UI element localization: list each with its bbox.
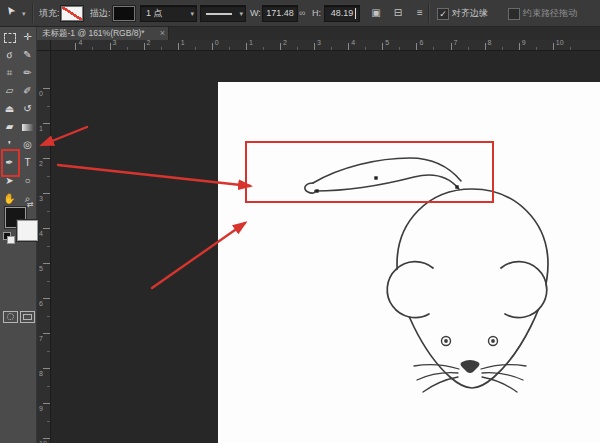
dodge-tool[interactable]: ◎ bbox=[19, 136, 36, 154]
path-arrangement-button[interactable]: ≡ bbox=[410, 4, 430, 21]
h-ruler-label: 3 bbox=[317, 39, 321, 46]
v-ruler-label: 4 bbox=[39, 230, 43, 237]
link-dimensions-icon[interactable]: ∞ bbox=[299, 0, 305, 26]
crop-tool[interactable]: ⌗ bbox=[1, 64, 18, 82]
fill-label: 填充: bbox=[39, 0, 60, 26]
quick-selection-tool[interactable]: ✎ bbox=[19, 46, 36, 64]
brush-tool[interactable]: ✐ bbox=[19, 82, 36, 100]
eraser-tool[interactable]: ▰ bbox=[1, 118, 18, 136]
h-ruler-label: 8 bbox=[488, 39, 492, 46]
tools-panel: ✛σ✎⌗✏▱✐⏏↺▰❜◎✒T➤○✋⌕ ⇄ bbox=[0, 26, 37, 443]
constrain-path-checkbox[interactable] bbox=[508, 8, 520, 20]
history-brush-tool[interactable]: ↺ bbox=[19, 100, 36, 118]
stroke-style-line-icon bbox=[206, 13, 232, 15]
clone-stamp-tool[interactable]: ⏏ bbox=[1, 100, 18, 118]
default-colors-icon[interactable] bbox=[3, 232, 15, 244]
h-ruler-label: 4 bbox=[78, 39, 82, 46]
h-ruler-label: 1 bbox=[249, 39, 253, 46]
constrain-path-label: 约束路径拖动 bbox=[523, 0, 577, 26]
move-tool[interactable]: ✛ bbox=[19, 28, 36, 46]
h-ruler-label: 10 bbox=[556, 39, 564, 46]
gradient-tool[interactable] bbox=[19, 118, 36, 136]
stroke-width-caret-icon[interactable]: ▾ bbox=[190, 6, 194, 21]
rectangular-marquee-tool[interactable] bbox=[1, 28, 18, 46]
lasso-tool[interactable]: σ bbox=[0, 44, 20, 66]
v-ruler-label: 1 bbox=[39, 125, 43, 132]
tool-preset-arrow-icon[interactable]: ➤ bbox=[3, 3, 19, 18]
h-ruler-label: 5 bbox=[385, 39, 389, 46]
document-tab[interactable]: 未标题-1 @ 161%(RGB/8)* × bbox=[37, 26, 169, 40]
align-edges-checkbox[interactable]: ✓ bbox=[437, 8, 449, 20]
screen-mode-button[interactable] bbox=[20, 311, 35, 323]
eyedropper-tool[interactable]: ✏ bbox=[19, 64, 36, 82]
h-ruler-label: 2 bbox=[147, 39, 151, 46]
v-ruler-label: 3 bbox=[39, 195, 43, 202]
h-ruler-label: 6 bbox=[419, 39, 423, 46]
width-label: W: bbox=[250, 0, 261, 26]
h-ruler-label: 1 bbox=[181, 39, 185, 46]
hand-tool[interactable]: ✋ bbox=[1, 190, 18, 208]
v-ruler-label: 0 bbox=[39, 90, 43, 97]
h-ruler-label: 7 bbox=[454, 39, 458, 46]
fill-color-swatch[interactable] bbox=[61, 6, 83, 21]
blur-tool[interactable]: ❜ bbox=[1, 136, 18, 154]
v-ruler-label: 7 bbox=[39, 335, 43, 342]
path-selection-tool[interactable]: ➤ bbox=[1, 172, 18, 190]
h-ruler-label: 2 bbox=[283, 39, 287, 46]
v-ruler-label: 9 bbox=[39, 405, 43, 412]
stroke-width-input[interactable]: 1 点 ▾ bbox=[140, 5, 197, 22]
stroke-label: 描边: bbox=[90, 0, 111, 26]
path-operations-button[interactable]: ▣ bbox=[366, 4, 386, 21]
shape-width-field[interactable]: 171.48 bbox=[262, 5, 298, 22]
document-tab-title: 未标题-1 @ 161%(RGB/8)* bbox=[42, 28, 145, 38]
background-color-swatch[interactable] bbox=[17, 220, 38, 241]
tool-options-bar: ➤ ▾ 填充: 描边: 1 点 ▾ ▾ W: 171.48 ∞ H: 48.19… bbox=[0, 0, 600, 27]
photoshop-window: 4321012345678910 012345678910 未标题-1 @ 16… bbox=[0, 0, 600, 443]
text-cursor bbox=[355, 8, 356, 19]
v-ruler-label: 5 bbox=[39, 265, 43, 272]
height-label: H: bbox=[312, 0, 321, 26]
quick-mask-mode-button[interactable] bbox=[3, 311, 18, 323]
type-tool[interactable]: T bbox=[19, 154, 36, 172]
h-ruler-label: 9 bbox=[522, 39, 526, 46]
v-ruler-label: 2 bbox=[39, 160, 43, 167]
tab-close-icon[interactable]: × bbox=[160, 26, 165, 40]
path-alignment-button[interactable]: ⊟ bbox=[388, 4, 408, 21]
vertical-ruler: 012345678910 bbox=[37, 50, 51, 443]
h-ruler-label: 0 bbox=[215, 39, 219, 46]
h-ruler-label: 4 bbox=[351, 39, 355, 46]
v-ruler-label: 8 bbox=[39, 370, 43, 377]
h-ruler-label: 3 bbox=[113, 39, 117, 46]
pen-tool[interactable]: ✒ bbox=[1, 154, 18, 172]
stroke-type-caret-icon[interactable]: ▾ bbox=[239, 6, 243, 21]
align-edges-label: 对齐边缘 bbox=[452, 0, 488, 26]
stroke-type-dropdown[interactable]: ▾ bbox=[200, 5, 246, 22]
shape-height-field[interactable]: 48.19 bbox=[324, 5, 360, 22]
v-ruler-label: 6 bbox=[39, 300, 43, 307]
ellipse-tool[interactable]: ○ bbox=[19, 172, 36, 190]
stroke-color-swatch[interactable] bbox=[113, 6, 135, 21]
spot-healing-brush-tool[interactable]: ▱ bbox=[1, 82, 18, 100]
swap-colors-icon[interactable]: ⇄ bbox=[27, 200, 34, 209]
document-canvas[interactable] bbox=[218, 82, 600, 443]
tool-preset-caret-icon[interactable]: ▾ bbox=[22, 6, 26, 21]
